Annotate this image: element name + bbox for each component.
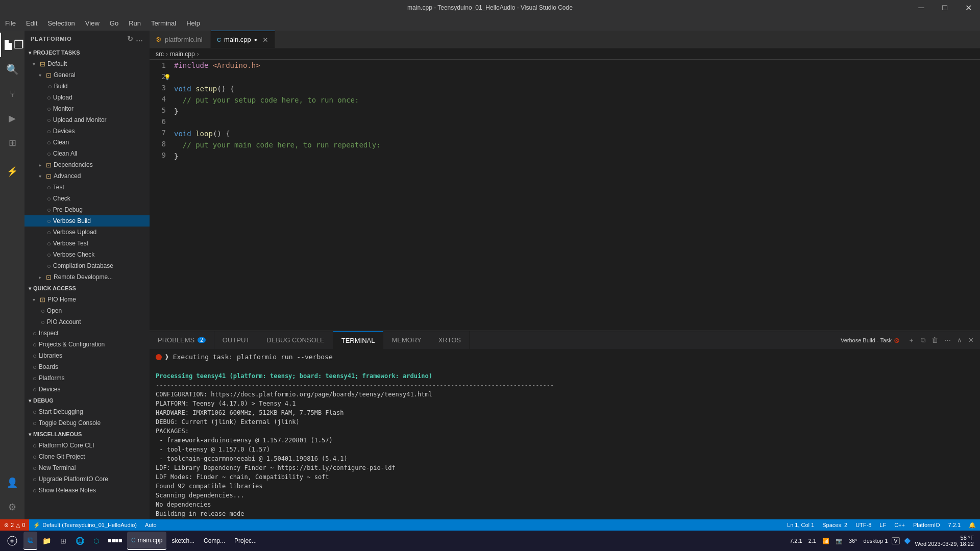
taskbar-projec[interactable]: Projec... <box>230 532 261 550</box>
activity-git[interactable]: ⑂ <box>0 82 24 106</box>
code-content[interactable]: #include <Arduino.h> 💡 void setup() { //… <box>170 60 980 331</box>
tree-advanced[interactable]: ▾⊡Advanced <box>24 170 150 182</box>
activity-accounts[interactable]: 👤 <box>0 470 24 495</box>
panel-tab-problems[interactable]: PROBLEMS 2 <box>150 331 214 349</box>
tree-clean-all[interactable]: ○Clean All <box>24 148 150 159</box>
tree-devices-qa[interactable]: ○Devices <box>24 384 150 395</box>
minimize-button[interactable]: ─ <box>910 0 933 15</box>
close-button[interactable]: ✕ <box>957 0 980 15</box>
status-language[interactable]: C++ <box>890 519 909 531</box>
tree-release-notes[interactable]: ○Show Release Notes <box>24 485 150 496</box>
section-miscellaneous[interactable]: ▾MISCELLANEOUS <box>24 429 150 440</box>
tree-upload[interactable]: ○Upload <box>24 92 150 103</box>
tree-clean[interactable]: ○Clean <box>24 137 150 148</box>
section-quick-access[interactable]: ▾QUICK ACCESS <box>24 283 150 294</box>
activity-explorer[interactable]: ❐ <box>0 33 24 57</box>
tab-main-cpp[interactable]: C main.cpp ● ✕ <box>211 31 275 48</box>
tree-compilation-db[interactable]: ○Compilation Database <box>24 260 150 271</box>
panel-tab-output[interactable]: OUTPUT <box>214 331 258 349</box>
status-bell[interactable]: 🔔 <box>965 519 980 531</box>
panel-split-button[interactable]: ⧉ <box>919 335 927 345</box>
tree-toggle-debug-console[interactable]: ○Toggle Debug Console <box>24 417 150 429</box>
tree-start-debugging[interactable]: ○Start Debugging <box>24 406 150 417</box>
status-branch[interactable]: ⚡ Default (Teensyduino_01_HelloAudio) <box>29 519 141 531</box>
status-errors[interactable]: ⊗ 2 △ 0 <box>0 519 29 531</box>
breadcrumb-src[interactable]: src <box>156 51 164 58</box>
tree-default[interactable]: ▾⊟Default <box>24 58 150 69</box>
status-position[interactable]: Ln 1, Col 1 <box>783 519 818 531</box>
tree-pre-debug[interactable]: ○Pre-Debug <box>24 204 150 215</box>
taskbar-arduino[interactable]: ⬡ <box>89 532 103 550</box>
status-version[interactable]: 7.2.1 <box>944 519 965 531</box>
tree-verbose-build[interactable]: ○Verbose Build <box>24 215 150 227</box>
tree-platformio-cli[interactable]: ○PlatformIO Core CLI <box>24 440 150 451</box>
section-debug[interactable]: ▾DEBUG <box>24 395 150 406</box>
tree-verbose-upload[interactable]: ○Verbose Upload <box>24 227 150 238</box>
task-kill-icon[interactable]: ⊗ <box>894 336 900 344</box>
tab-close-cpp[interactable]: ✕ <box>262 36 268 44</box>
more-icon[interactable]: … <box>136 35 143 43</box>
activity-extensions[interactable]: ⊞ <box>0 131 24 155</box>
panel-close-button[interactable]: ✕ <box>966 335 976 345</box>
taskbar-sketch[interactable]: sketch... <box>167 532 199 550</box>
status-spaces[interactable]: Spaces: 2 <box>818 519 851 531</box>
tree-upload-and-monitor[interactable]: ○Upload and Monitor <box>24 114 150 126</box>
taskbar-terminal-app[interactable]: ⊞ <box>56 532 70 550</box>
menu-run[interactable]: Run <box>124 15 146 31</box>
tree-test[interactable]: ○Test <box>24 182 150 193</box>
tree-verbose-test[interactable]: ○Verbose Test <box>24 238 150 249</box>
menu-file[interactable]: File <box>0 15 21 31</box>
status-auto[interactable]: Auto <box>141 519 161 531</box>
tree-check[interactable]: ○Check <box>24 193 150 204</box>
menu-help[interactable]: Help <box>181 15 205 31</box>
menu-edit[interactable]: Edit <box>21 15 42 31</box>
tree-boards[interactable]: ○Boards <box>24 361 150 372</box>
maximize-button[interactable]: □ <box>933 0 957 15</box>
tree-build[interactable]: ○Build <box>24 81 150 92</box>
panel-chevron-button[interactable]: ∧ <box>955 335 964 345</box>
tree-verbose-check[interactable]: ○Verbose Check <box>24 249 150 260</box>
menu-view[interactable]: View <box>80 15 105 31</box>
terminal-content[interactable]: ❱ Executing task: platformio run --verbo… <box>150 349 980 519</box>
tree-general[interactable]: ▾⊡General <box>24 69 150 81</box>
tree-platforms[interactable]: ○Platforms <box>24 372 150 384</box>
panel-tab-debug-console[interactable]: DEBUG CONSOLE <box>258 331 333 349</box>
tree-monitor[interactable]: ○Monitor <box>24 103 150 114</box>
tree-open[interactable]: ○Open <box>24 305 150 316</box>
breadcrumb-file[interactable]: main.cpp <box>170 51 195 58</box>
tree-devices[interactable]: ○Devices <box>24 126 150 137</box>
taskbar-browser[interactable]: 🌐 <box>71 532 88 550</box>
taskbar-vscode[interactable]: ⧉ <box>23 532 37 550</box>
activity-search[interactable]: 🔍 <box>0 57 24 82</box>
menu-go[interactable]: Go <box>105 15 124 31</box>
taskbar-more-apps[interactable] <box>104 532 126 550</box>
panel-tab-terminal[interactable]: TERMINAL <box>333 331 384 349</box>
tree-inspect[interactable]: ○Inspect <box>24 328 150 339</box>
tree-remote-dev[interactable]: ▸⊡Remote Developme... <box>24 271 150 283</box>
taskbar-main-cpp[interactable]: C main.cpp <box>127 532 166 550</box>
taskbar-start-button[interactable]: ❖ <box>2 531 22 551</box>
menu-selection[interactable]: Selection <box>42 15 80 31</box>
tree-clone-git[interactable]: ○Clone Git Project <box>24 451 150 462</box>
section-project-tasks[interactable]: ▾PROJECT TASKS <box>24 47 150 58</box>
tree-pio-account[interactable]: ○PIO Account <box>24 316 150 328</box>
panel-trash-button[interactable]: 🗑 <box>929 335 940 345</box>
tab-platformio-ini[interactable]: ⚙ platformio.ini <box>150 31 211 48</box>
activity-debug[interactable]: ▶ <box>0 106 24 131</box>
panel-tab-xrtos[interactable]: XRTOS <box>430 331 470 349</box>
activity-platformio[interactable]: ⚡ <box>0 159 24 184</box>
status-eol[interactable]: LF <box>875 519 890 531</box>
tree-projects-config[interactable]: ○Projects & Configuration <box>24 339 150 350</box>
refresh-icon[interactable]: ↻ <box>127 35 134 43</box>
menu-terminal[interactable]: Terminal <box>146 15 181 31</box>
panel-add-button[interactable]: ＋ <box>906 335 917 346</box>
tree-libraries[interactable]: ○Libraries <box>24 350 150 361</box>
tree-upgrade-pio[interactable]: ○Upgrade PlatformIO Core <box>24 473 150 485</box>
code-editor[interactable]: 1 2 3 4 5 6 7 8 9 #include <Arduino.h> 💡… <box>150 60 980 331</box>
panel-tab-memory[interactable]: MEMORY <box>383 331 430 349</box>
activity-settings[interactable]: ⚙ <box>0 495 24 519</box>
taskbar-files[interactable]: 📁 <box>38 532 55 550</box>
status-encoding[interactable]: UTF-8 <box>851 519 875 531</box>
tree-pio-home[interactable]: ▾⊡PIO Home <box>24 294 150 305</box>
tree-new-terminal[interactable]: ○New Terminal <box>24 462 150 473</box>
